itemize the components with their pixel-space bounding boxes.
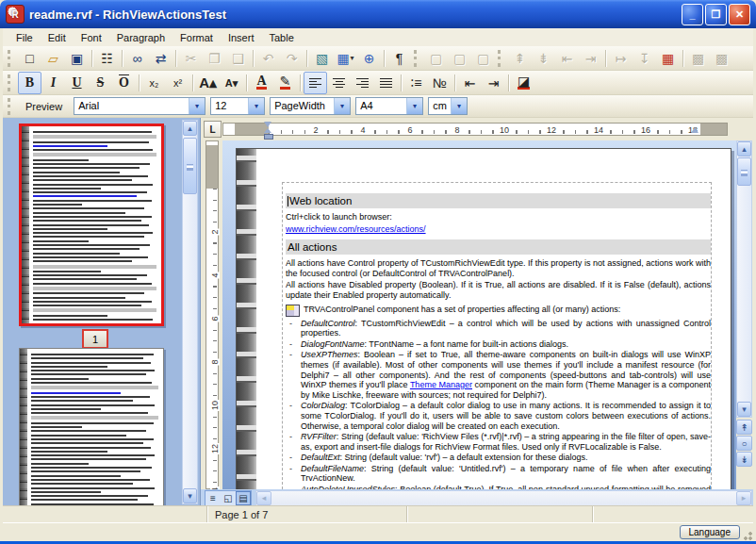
insert-picture-button[interactable]: ▧ bbox=[310, 47, 334, 70]
vertical-ruler[interactable]: 2468101214 bbox=[203, 140, 221, 489]
scroll-up-button[interactable]: ▴ bbox=[737, 141, 751, 157]
document-viewport[interactable]: Web location Ctrl+click to launch browse… bbox=[222, 140, 736, 489]
horizontal-ruler[interactable]: 24681012141618 bbox=[222, 120, 728, 138]
bullet-list-button[interactable]: ∶≡ bbox=[404, 72, 428, 94]
font-color-button[interactable]: A bbox=[250, 72, 273, 94]
toolbar-grip[interactable] bbox=[8, 50, 15, 67]
insert-column-left-button[interactable]: ⇤ bbox=[555, 47, 579, 70]
page-thumbnail-2[interactable] bbox=[19, 348, 164, 506]
preview-scrollbar[interactable]: ▴ ▾ bbox=[182, 120, 198, 504]
select-browse-object-button[interactable]: ○ bbox=[736, 436, 752, 451]
scrollbar-thumb[interactable] bbox=[737, 157, 751, 186]
document-page[interactable]: Web location Ctrl+click to launch browse… bbox=[236, 148, 731, 489]
next-page-button[interactable]: ↡ bbox=[736, 452, 752, 467]
first-line-indent-marker[interactable] bbox=[264, 122, 271, 127]
horizontal-scrollbar[interactable]: ◂ ▸ bbox=[255, 490, 752, 506]
increase-indent-button[interactable]: ⇥ bbox=[482, 72, 505, 94]
font-name-dropdown-button[interactable]: ▾ bbox=[189, 98, 205, 114]
page-layout-view-button[interactable]: ▤ bbox=[236, 491, 251, 505]
numbered-list-button[interactable]: № bbox=[428, 72, 452, 94]
bold-button[interactable]: B bbox=[18, 72, 41, 94]
insert-row-above-button[interactable]: ⇞ bbox=[508, 47, 532, 70]
document-content[interactable]: Web location Ctrl+click to launch browse… bbox=[286, 188, 711, 489]
menu-font[interactable]: Font bbox=[74, 30, 109, 45]
hanging-indent-marker[interactable] bbox=[264, 128, 271, 133]
strikethrough-button[interactable]: S bbox=[89, 72, 112, 94]
menu-file[interactable]: File bbox=[8, 30, 41, 45]
normal-view-button[interactable]: ≡ bbox=[205, 491, 221, 505]
insert-column-right-button[interactable]: ⇥ bbox=[579, 47, 602, 70]
scrollbar-thumb[interactable] bbox=[183, 138, 197, 194]
menu-format[interactable]: Format bbox=[173, 30, 221, 45]
toolbar-grip[interactable] bbox=[8, 98, 15, 115]
units-combo[interactable]: cm ▾ bbox=[428, 97, 468, 115]
hyperlink[interactable]: Theme Manager bbox=[410, 380, 472, 389]
document-scrollbar[interactable]: ▴ ▾ bbox=[736, 140, 752, 418]
font-size-combo[interactable]: 12 ▾ bbox=[210, 97, 265, 115]
subscript-button[interactable]: x₂ bbox=[142, 72, 166, 94]
print-button[interactable]: ☷ bbox=[95, 47, 119, 70]
zoom-combo[interactable]: PageWidth ▾ bbox=[270, 97, 351, 115]
menu-insert[interactable]: Insert bbox=[221, 30, 262, 45]
scroll-down-button[interactable]: ▾ bbox=[183, 488, 197, 503]
italic-button[interactable]: I bbox=[41, 72, 65, 94]
align-left-button[interactable] bbox=[304, 72, 327, 94]
move-column-button[interactable]: ↦ bbox=[609, 47, 633, 70]
replace-button[interactable]: ⇄ bbox=[149, 47, 173, 70]
font-name-combo[interactable]: Arial ▾ bbox=[74, 97, 205, 115]
zoom-dropdown-button[interactable]: ▾ bbox=[334, 98, 350, 114]
align-justify-button[interactable] bbox=[374, 72, 398, 94]
copy-button[interactable]: ❐ bbox=[203, 47, 226, 70]
menu-table[interactable]: Table bbox=[261, 30, 301, 45]
resize-grip[interactable] bbox=[741, 529, 752, 540]
scroll-down-button[interactable]: ▾ bbox=[737, 402, 751, 417]
table-properties-button[interactable]: ▦ bbox=[656, 47, 680, 70]
units-dropdown-button[interactable]: ▾ bbox=[451, 98, 467, 114]
paragraph-color-button[interactable]: ◪ bbox=[512, 72, 535, 94]
language-button[interactable]: Language bbox=[680, 525, 741, 539]
titlebar[interactable]: R readme.rvf - RichViewActionsTest _ ❐ ✕ bbox=[0, 0, 756, 28]
scroll-right-button[interactable]: ▸ bbox=[736, 491, 751, 505]
insert-frame-1-button[interactable]: ▢ bbox=[424, 47, 448, 70]
tab-selector-button[interactable]: L bbox=[204, 121, 222, 138]
superscript-button[interactable]: x² bbox=[166, 72, 189, 94]
cut-button[interactable]: ✂ bbox=[179, 47, 203, 70]
toolbar-grip[interactable] bbox=[8, 74, 15, 91]
show-paragraph-marks-button[interactable]: ¶ bbox=[387, 47, 411, 70]
scroll-up-button[interactable]: ▴ bbox=[183, 121, 197, 136]
paper-size-combo[interactable]: A4 ▾ bbox=[355, 97, 423, 115]
page-thumbnail-1[interactable] bbox=[19, 124, 164, 326]
left-indent-marker[interactable] bbox=[264, 134, 273, 140]
minimize-button[interactable]: _ bbox=[682, 4, 703, 25]
insert-hyperlink-button[interactable]: ⊕ bbox=[357, 47, 381, 70]
right-indent-marker[interactable] bbox=[691, 127, 698, 133]
maximize-button[interactable]: ❐ bbox=[705, 4, 727, 25]
insert-table-button[interactable]: ▦▾ bbox=[334, 47, 357, 70]
select-table-button[interactable]: ▩ bbox=[686, 47, 710, 70]
insert-frame-2-button[interactable]: ▢ bbox=[448, 47, 471, 70]
dropdown-arrow-icon[interactable]: ▾ bbox=[351, 54, 354, 62]
shrink-font-button[interactable]: A▾ bbox=[220, 72, 243, 94]
save-button[interactable]: ▣ bbox=[65, 47, 89, 70]
preview-button[interactable]: Preview bbox=[18, 99, 70, 114]
previous-page-button[interactable]: ↟ bbox=[736, 420, 752, 435]
hyperlink[interactable]: www.richview.com/resources/actions/ bbox=[286, 224, 426, 234]
align-right-button[interactable] bbox=[351, 72, 374, 94]
overline-button[interactable]: O bbox=[112, 72, 136, 94]
underline-button[interactable]: U bbox=[65, 72, 89, 94]
paper-size-dropdown-button[interactable]: ▾ bbox=[406, 98, 422, 114]
toolbar-grip[interactable] bbox=[414, 50, 421, 67]
new-button[interactable]: □ bbox=[18, 47, 41, 70]
undo-button[interactable]: ↶ bbox=[256, 47, 280, 70]
paste-button[interactable]: ❑ bbox=[226, 47, 250, 70]
menu-edit[interactable]: Edit bbox=[41, 30, 74, 45]
select-cells-button[interactable]: ▩ bbox=[710, 47, 733, 70]
scroll-left-button[interactable]: ◂ bbox=[256, 491, 271, 505]
menu-paragraph[interactable]: Paragraph bbox=[109, 30, 173, 45]
insert-frame-3-button[interactable]: ▢ bbox=[471, 47, 495, 70]
open-button[interactable]: ▱ bbox=[41, 47, 65, 70]
insert-row-below-button[interactable]: ⇟ bbox=[532, 47, 555, 70]
decrease-indent-button[interactable]: ⇤ bbox=[458, 72, 482, 94]
find-button[interactable]: ∞ bbox=[125, 47, 149, 70]
highlight-color-button[interactable]: ✎ bbox=[273, 72, 297, 94]
